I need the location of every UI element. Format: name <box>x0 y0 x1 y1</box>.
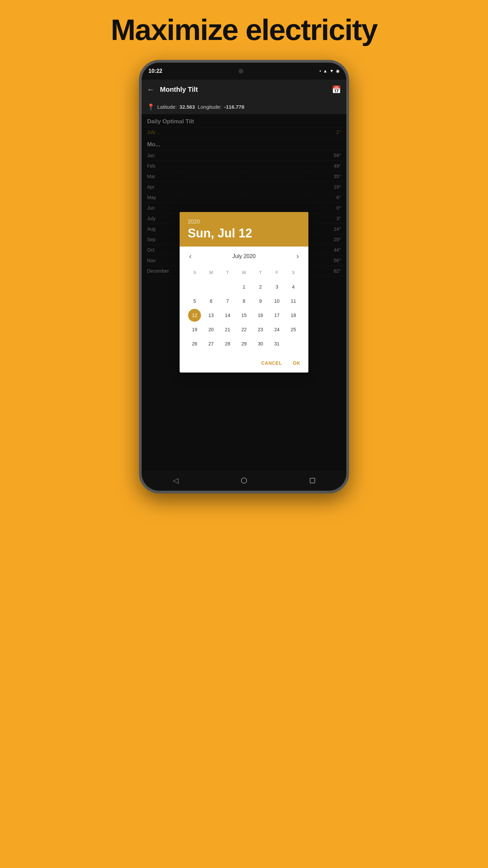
calendar-day-cell[interactable]: 5 <box>188 295 201 308</box>
day-header-cell: M <box>205 266 218 279</box>
longitude-label: Longitude: <box>198 104 221 110</box>
calendar-empty-cell <box>221 280 234 293</box>
back-nav-button[interactable]: ◁ <box>173 476 179 485</box>
day-header-cell: W <box>238 266 250 279</box>
longitude-value: -116.778 <box>224 104 244 110</box>
sim-icon: ◉ <box>336 68 340 73</box>
date-picker-dialog: 2020 Sun, Jul 12 ‹ July 2020 › SMTWTFS12… <box>180 212 308 373</box>
recents-nav-button[interactable] <box>310 478 315 483</box>
wifi-icon: ▼ <box>329 68 334 73</box>
calendar-day-cell[interactable]: 11 <box>287 295 300 308</box>
dialog-header: 2020 Sun, Jul 12 <box>180 212 308 247</box>
calendar-day-cell[interactable]: 29 <box>238 337 250 350</box>
app-bar-title: Monthly Tilt <box>160 86 332 93</box>
calendar-week-row: 262728293031 <box>186 337 302 350</box>
home-nav-button[interactable] <box>241 478 247 484</box>
calendar-day-cell[interactable]: 12 <box>188 309 201 322</box>
calendar-day-cell[interactable]: 8 <box>238 295 250 308</box>
next-month-button[interactable]: › <box>294 251 302 262</box>
app-bar: ← Monthly Tilt 📅 <box>142 80 346 100</box>
calendar-day-cell[interactable]: 4 <box>287 280 300 293</box>
calendar-day-cell[interactable]: 24 <box>270 323 283 336</box>
location-bar: 📍 Latitude: 32.563 Longitude: -116.778 <box>142 100 346 114</box>
day-header-cell: F <box>270 266 283 279</box>
dialog-year: 2020 <box>188 219 300 225</box>
calendar-day-cell[interactable]: 16 <box>254 309 267 322</box>
calendar-week-row: 19202122232425 <box>186 323 302 336</box>
back-button[interactable]: ← <box>147 85 155 94</box>
ok-button[interactable]: OK <box>290 358 303 368</box>
calendar-day-cell[interactable]: 3 <box>270 280 283 293</box>
calendar-empty-cell <box>205 280 218 293</box>
calendar-day-cell[interactable]: 13 <box>205 309 218 322</box>
cancel-button[interactable]: CANCEL <box>259 358 285 368</box>
bottom-nav: ◁ <box>142 470 346 491</box>
calendar-icon-button[interactable]: 📅 <box>332 85 341 94</box>
status-icons: ▪ ▲ ▼ ◉ <box>320 68 340 73</box>
calendar-navigation: ‹ July 2020 › <box>186 251 302 262</box>
calendar-day-cell[interactable]: 18 <box>287 309 300 322</box>
calendar-day-cell[interactable]: 14 <box>221 309 234 322</box>
latitude-label: Latitude: <box>157 104 177 110</box>
prev-month-button[interactable]: ‹ <box>186 251 194 262</box>
status-bar: 10:22 ▪ ▲ ▼ ◉ <box>142 63 346 80</box>
calendar-day-cell[interactable]: 25 <box>287 323 300 336</box>
dialog-calendar: ‹ July 2020 › SMTWTFS1234567891011121314… <box>180 247 308 356</box>
day-header-cell: S <box>287 266 300 279</box>
calendar-week-row: 567891011 <box>186 295 302 308</box>
phone-shell: 10:22 ▪ ▲ ▼ ◉ ← Monthly Tilt 📅 📍 Latitud… <box>139 60 349 493</box>
calendar-day-cell[interactable]: 10 <box>270 295 283 308</box>
calendar-day-cell[interactable]: 2 <box>254 280 267 293</box>
calendar-week-row: 1234 <box>186 280 302 293</box>
app-content: Daily Optimal Tilt July ... 2° Mo... Jan… <box>142 114 346 470</box>
day-header-cell: T <box>254 266 267 279</box>
calendar-day-cell[interactable]: 23 <box>254 323 267 336</box>
calendar-day-cell[interactable]: 22 <box>238 323 250 336</box>
calendar-grid: SMTWTFS123456789101112131415161718192021… <box>186 266 302 350</box>
calendar-empty-cell <box>188 280 201 293</box>
calendar-month-label: July 2020 <box>232 253 256 259</box>
latitude-value: 32.563 <box>180 104 195 110</box>
calendar-empty-cell <box>287 337 300 350</box>
calendar-day-cell[interactable]: 28 <box>221 337 234 350</box>
status-time: 10:22 <box>148 68 162 74</box>
calendar-day-cell[interactable]: 6 <box>205 295 218 308</box>
calendar-day-cell[interactable]: 19 <box>188 323 201 336</box>
calendar-header-row: SMTWTFS <box>186 266 302 279</box>
calendar-day-cell[interactable]: 20 <box>205 323 218 336</box>
battery-icon: ▪ <box>320 68 321 73</box>
page-title: Maximize electricity <box>111 14 378 46</box>
dialog-actions: CANCEL OK <box>180 356 308 373</box>
day-header-cell: S <box>188 266 201 279</box>
calendar-week-row: 12131415161718 <box>186 309 302 322</box>
signal-icon: ▲ <box>323 68 327 73</box>
calendar-day-cell[interactable]: 15 <box>238 309 250 322</box>
calendar-day-cell[interactable]: 21 <box>221 323 234 336</box>
dialog-selected-date: Sun, Jul 12 <box>188 226 300 240</box>
calendar-day-cell[interactable]: 26 <box>188 337 201 350</box>
calendar-day-cell[interactable]: 9 <box>254 295 267 308</box>
calendar-day-cell[interactable]: 27 <box>205 337 218 350</box>
calendar-day-cell[interactable]: 17 <box>270 309 283 322</box>
calendar-day-cell[interactable]: 31 <box>270 337 283 350</box>
camera-notch <box>239 69 243 73</box>
day-header-cell: T <box>221 266 234 279</box>
calendar-day-cell[interactable]: 30 <box>254 337 267 350</box>
calendar-day-cell[interactable]: 1 <box>238 280 250 293</box>
location-pin-icon: 📍 <box>147 103 155 111</box>
dialog-overlay: 2020 Sun, Jul 12 ‹ July 2020 › SMTWTFS12… <box>142 114 346 470</box>
calendar-day-cell[interactable]: 7 <box>221 295 234 308</box>
